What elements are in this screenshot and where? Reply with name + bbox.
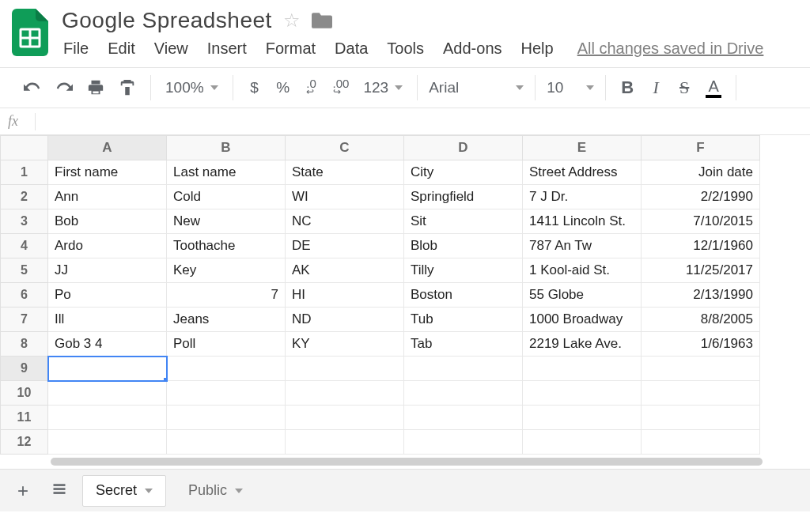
cell[interactable]: Bob: [48, 209, 167, 234]
cell[interactable]: [286, 406, 404, 430]
cell[interactable]: 2219 Lake Ave.: [523, 332, 642, 357]
menu-addons[interactable]: Add-ons: [443, 40, 502, 58]
row-header[interactable]: 12: [1, 430, 48, 455]
cell[interactable]: 55 Globe: [523, 283, 642, 308]
spreadsheet-grid[interactable]: ABCDEF1First nameLast nameStateCityStree…: [0, 135, 810, 455]
cell[interactable]: NC: [286, 209, 404, 234]
row-header[interactable]: 5: [1, 258, 48, 283]
cell[interactable]: Key: [167, 258, 286, 283]
star-icon[interactable]: ☆: [283, 9, 301, 32]
increase-decimal-button[interactable]: .00 ↪: [330, 76, 353, 100]
row-header[interactable]: 9: [1, 357, 48, 381]
redo-button[interactable]: [52, 76, 76, 100]
text-color-button[interactable]: A: [702, 76, 725, 100]
save-status[interactable]: All changes saved in Drive: [577, 40, 764, 58]
horizontal-scrollbar[interactable]: [0, 455, 810, 469]
menu-edit[interactable]: Edit: [108, 40, 134, 58]
cell[interactable]: [404, 357, 523, 381]
cell[interactable]: ND: [286, 308, 404, 332]
row-header[interactable]: 1: [1, 160, 48, 185]
font-size-dropdown[interactable]: 10: [547, 68, 594, 108]
cell[interactable]: [48, 406, 167, 430]
doc-title[interactable]: Google Spreadsheet: [62, 8, 272, 33]
cell[interactable]: [642, 381, 760, 406]
cell[interactable]: 787 An Tw: [523, 234, 642, 258]
cell[interactable]: JJ: [48, 258, 167, 283]
cell[interactable]: Cold: [167, 185, 286, 209]
format-currency-button[interactable]: $: [244, 76, 265, 100]
column-header[interactable]: D: [404, 136, 523, 160]
cell[interactable]: Gob 3 4: [48, 332, 167, 357]
cell[interactable]: 1411 Lincoln St.: [523, 209, 642, 234]
strikethrough-button[interactable]: S: [674, 76, 695, 100]
bold-button[interactable]: B: [617, 76, 638, 100]
cell[interactable]: Tilly: [404, 258, 523, 283]
cell[interactable]: [523, 430, 642, 455]
cell[interactable]: Poll: [167, 332, 286, 357]
menu-format[interactable]: Format: [266, 40, 316, 58]
paint-format-button[interactable]: [115, 76, 139, 100]
select-all-corner[interactable]: [1, 136, 48, 160]
cell[interactable]: DE: [286, 234, 404, 258]
column-header[interactable]: F: [642, 136, 760, 160]
formula-input[interactable]: [42, 114, 802, 129]
cell[interactable]: Toothache: [167, 234, 286, 258]
print-button[interactable]: [84, 76, 108, 100]
cell[interactable]: Ill: [48, 308, 167, 332]
cell[interactable]: [167, 406, 286, 430]
row-header[interactable]: 7: [1, 308, 48, 332]
cell[interactable]: Blob: [404, 234, 523, 258]
cell[interactable]: 1 Kool-aid St.: [523, 258, 642, 283]
cell[interactable]: 8/8/2005: [642, 308, 760, 332]
cell[interactable]: First name: [48, 160, 167, 185]
row-header[interactable]: 3: [1, 209, 48, 234]
cell[interactable]: [404, 430, 523, 455]
row-header[interactable]: 6: [1, 283, 48, 308]
cell[interactable]: [167, 430, 286, 455]
more-formats-dropdown[interactable]: 123: [360, 79, 406, 96]
cell[interactable]: 7/10/2015: [642, 209, 760, 234]
cell[interactable]: Jeans: [167, 308, 286, 332]
cell[interactable]: 1000 Broadway: [523, 308, 642, 332]
menu-data[interactable]: Data: [335, 40, 368, 58]
cell[interactable]: [48, 430, 167, 455]
cell[interactable]: [48, 381, 167, 406]
row-header[interactable]: 2: [1, 185, 48, 209]
cell[interactable]: Tab: [404, 332, 523, 357]
cell[interactable]: [48, 357, 167, 381]
sheet-tab-inactive[interactable]: Public: [176, 475, 255, 507]
undo-button[interactable]: [21, 76, 44, 100]
cell[interactable]: [404, 406, 523, 430]
row-header[interactable]: 4: [1, 234, 48, 258]
cell[interactable]: Po: [48, 283, 167, 308]
cell[interactable]: Last name: [167, 160, 286, 185]
font-family-dropdown[interactable]: Arial: [429, 68, 524, 108]
cell[interactable]: Tub: [404, 308, 523, 332]
row-header[interactable]: 8: [1, 332, 48, 357]
all-sheets-button[interactable]: [46, 480, 73, 502]
decrease-decimal-button[interactable]: .0 ↩: [301, 76, 322, 100]
cell[interactable]: [642, 406, 760, 430]
column-header[interactable]: E: [523, 136, 642, 160]
format-percent-button[interactable]: %: [273, 76, 293, 100]
add-sheet-button[interactable]: +: [9, 480, 36, 502]
cell[interactable]: 2/2/1990: [642, 185, 760, 209]
cell[interactable]: [167, 357, 286, 381]
italic-button[interactable]: I: [645, 76, 666, 100]
column-header[interactable]: A: [48, 136, 167, 160]
cell[interactable]: [642, 357, 760, 381]
cell[interactable]: [523, 381, 642, 406]
row-header[interactable]: 11: [1, 406, 48, 430]
cell[interactable]: Boston: [404, 283, 523, 308]
menu-tools[interactable]: Tools: [387, 40, 424, 58]
cell[interactable]: [286, 357, 404, 381]
cell[interactable]: 12/1/1960: [642, 234, 760, 258]
column-header[interactable]: C: [286, 136, 404, 160]
cell[interactable]: 7 J Dr.: [523, 185, 642, 209]
zoom-dropdown[interactable]: 100%: [162, 79, 221, 96]
folder-icon[interactable]: [312, 11, 332, 31]
menu-help[interactable]: Help: [521, 40, 554, 58]
cell[interactable]: Join date: [642, 160, 760, 185]
cell[interactable]: City: [404, 160, 523, 185]
cell[interactable]: Springfield: [404, 185, 523, 209]
